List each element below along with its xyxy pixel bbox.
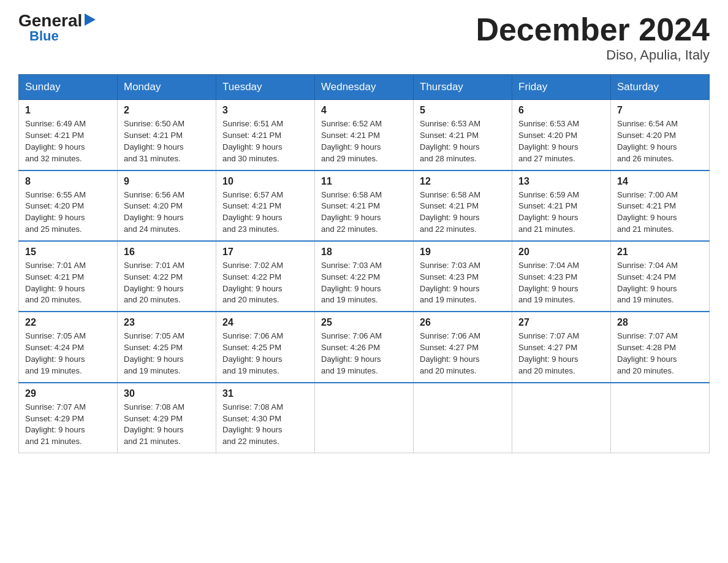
calendar-cell: 24Sunrise: 7:06 AMSunset: 4:25 PMDayligh… <box>216 312 315 382</box>
day-number: 29 <box>25 388 111 399</box>
calendar-cell: 31Sunrise: 7:08 AMSunset: 4:30 PMDayligh… <box>216 383 315 453</box>
day-info: Sunrise: 6:56 AMSunset: 4:20 PMDaylight:… <box>124 190 210 236</box>
calendar-cell: 15Sunrise: 7:01 AMSunset: 4:21 PMDayligh… <box>19 241 118 312</box>
header-wednesday: Wednesday <box>315 75 414 100</box>
day-info: Sunrise: 6:51 AMSunset: 4:21 PMDaylight:… <box>222 118 308 164</box>
calendar-cell <box>611 383 710 453</box>
day-number: 8 <box>25 176 111 187</box>
calendar-cell: 8Sunrise: 6:55 AMSunset: 4:20 PMDaylight… <box>19 170 118 241</box>
calendar-week-row-1: 1Sunrise: 6:49 AMSunset: 4:21 PMDaylight… <box>19 100 710 170</box>
calendar-week-row-2: 8Sunrise: 6:55 AMSunset: 4:20 PMDaylight… <box>19 170 710 241</box>
logo-triangle-icon <box>85 13 96 28</box>
calendar-cell: 2Sunrise: 6:50 AMSunset: 4:21 PMDaylight… <box>118 100 216 170</box>
day-info: Sunrise: 6:50 AMSunset: 4:21 PMDaylight:… <box>124 118 210 164</box>
calendar-week-row-4: 22Sunrise: 7:05 AMSunset: 4:24 PMDayligh… <box>19 312 710 382</box>
day-number: 22 <box>25 317 111 328</box>
day-number: 21 <box>617 247 703 258</box>
calendar-cell <box>512 383 611 453</box>
calendar-cell: 21Sunrise: 7:04 AMSunset: 4:24 PMDayligh… <box>611 241 710 312</box>
header-saturday: Saturday <box>611 75 710 100</box>
header-tuesday: Tuesday <box>216 75 315 100</box>
day-info: Sunrise: 6:52 AMSunset: 4:21 PMDaylight:… <box>321 118 407 164</box>
header-monday: Monday <box>118 75 216 100</box>
day-info: Sunrise: 7:08 AMSunset: 4:29 PMDaylight:… <box>124 402 210 448</box>
day-info: Sunrise: 7:05 AMSunset: 4:24 PMDaylight:… <box>25 331 111 377</box>
day-number: 14 <box>617 176 703 187</box>
title-block: December 2024 Diso, Apulia, Italy <box>476 12 710 63</box>
day-info: Sunrise: 7:02 AMSunset: 4:22 PMDaylight:… <box>222 260 308 306</box>
day-number: 10 <box>222 176 308 187</box>
day-number: 18 <box>321 247 407 258</box>
calendar-cell: 23Sunrise: 7:05 AMSunset: 4:25 PMDayligh… <box>118 312 216 382</box>
calendar-cell: 14Sunrise: 7:00 AMSunset: 4:21 PMDayligh… <box>611 170 710 241</box>
day-info: Sunrise: 6:58 AMSunset: 4:21 PMDaylight:… <box>420 190 506 236</box>
day-number: 9 <box>124 176 210 187</box>
day-number: 16 <box>124 247 210 258</box>
location-subtitle: Diso, Apulia, Italy <box>476 47 710 63</box>
calendar-cell: 20Sunrise: 7:04 AMSunset: 4:23 PMDayligh… <box>512 241 611 312</box>
day-number: 13 <box>518 176 604 187</box>
calendar-cell: 27Sunrise: 7:07 AMSunset: 4:27 PMDayligh… <box>512 312 611 382</box>
day-info: Sunrise: 7:03 AMSunset: 4:22 PMDaylight:… <box>321 260 407 306</box>
svg-marker-0 <box>85 13 96 26</box>
header-thursday: Thursday <box>414 75 512 100</box>
logo-general-text: General <box>18 12 82 29</box>
calendar-cell <box>315 383 414 453</box>
day-info: Sunrise: 6:53 AMSunset: 4:20 PMDaylight:… <box>518 118 604 164</box>
day-number: 20 <box>518 247 604 258</box>
calendar-cell: 1Sunrise: 6:49 AMSunset: 4:21 PMDaylight… <box>19 100 118 170</box>
day-number: 23 <box>124 317 210 328</box>
day-info: Sunrise: 6:55 AMSunset: 4:20 PMDaylight:… <box>25 190 111 236</box>
day-number: 28 <box>617 317 703 328</box>
day-info: Sunrise: 7:06 AMSunset: 4:27 PMDaylight:… <box>420 331 506 377</box>
calendar-cell: 17Sunrise: 7:02 AMSunset: 4:22 PMDayligh… <box>216 241 315 312</box>
day-number: 5 <box>420 105 506 116</box>
calendar-week-row-5: 29Sunrise: 7:07 AMSunset: 4:29 PMDayligh… <box>19 383 710 453</box>
day-info: Sunrise: 7:05 AMSunset: 4:25 PMDaylight:… <box>124 331 210 377</box>
logo-blue-text: Blue <box>29 29 59 43</box>
day-number: 17 <box>222 247 308 258</box>
day-info: Sunrise: 6:57 AMSunset: 4:21 PMDaylight:… <box>222 190 308 236</box>
calendar-cell: 3Sunrise: 6:51 AMSunset: 4:21 PMDaylight… <box>216 100 315 170</box>
day-info: Sunrise: 7:06 AMSunset: 4:26 PMDaylight:… <box>321 331 407 377</box>
calendar-cell: 12Sunrise: 6:58 AMSunset: 4:21 PMDayligh… <box>414 170 512 241</box>
day-number: 30 <box>124 388 210 399</box>
day-number: 24 <box>222 317 308 328</box>
calendar-cell: 11Sunrise: 6:58 AMSunset: 4:21 PMDayligh… <box>315 170 414 241</box>
day-number: 3 <box>222 105 308 116</box>
day-number: 12 <box>420 176 506 187</box>
calendar-cell: 28Sunrise: 7:07 AMSunset: 4:28 PMDayligh… <box>611 312 710 382</box>
calendar-table: Sunday Monday Tuesday Wednesday Thursday… <box>18 74 710 453</box>
day-info: Sunrise: 7:03 AMSunset: 4:23 PMDaylight:… <box>420 260 506 306</box>
day-info: Sunrise: 6:58 AMSunset: 4:21 PMDaylight:… <box>321 190 407 236</box>
day-number: 4 <box>321 105 407 116</box>
calendar-cell: 7Sunrise: 6:54 AMSunset: 4:20 PMDaylight… <box>611 100 710 170</box>
calendar-cell: 18Sunrise: 7:03 AMSunset: 4:22 PMDayligh… <box>315 241 414 312</box>
day-number: 1 <box>25 105 111 116</box>
day-info: Sunrise: 6:54 AMSunset: 4:20 PMDaylight:… <box>617 118 703 164</box>
month-title: December 2024 <box>476 12 710 47</box>
calendar-cell: 22Sunrise: 7:05 AMSunset: 4:24 PMDayligh… <box>19 312 118 382</box>
day-number: 15 <box>25 247 111 258</box>
calendar-cell <box>414 383 512 453</box>
calendar-cell: 25Sunrise: 7:06 AMSunset: 4:26 PMDayligh… <box>315 312 414 382</box>
calendar-cell: 29Sunrise: 7:07 AMSunset: 4:29 PMDayligh… <box>19 383 118 453</box>
calendar-cell: 6Sunrise: 6:53 AMSunset: 4:20 PMDaylight… <box>512 100 611 170</box>
day-info: Sunrise: 7:00 AMSunset: 4:21 PMDaylight:… <box>617 190 703 236</box>
day-info: Sunrise: 7:07 AMSunset: 4:28 PMDaylight:… <box>617 331 703 377</box>
day-info: Sunrise: 6:53 AMSunset: 4:21 PMDaylight:… <box>420 118 506 164</box>
day-number: 6 <box>518 105 604 116</box>
calendar-cell: 9Sunrise: 6:56 AMSunset: 4:20 PMDaylight… <box>118 170 216 241</box>
day-number: 11 <box>321 176 407 187</box>
day-number: 7 <box>617 105 703 116</box>
page-header: General Blue December 2024 Diso, Apulia,… <box>18 12 710 63</box>
calendar-cell: 19Sunrise: 7:03 AMSunset: 4:23 PMDayligh… <box>414 241 512 312</box>
day-number: 31 <box>222 388 308 399</box>
day-info: Sunrise: 7:08 AMSunset: 4:30 PMDaylight:… <box>222 402 308 448</box>
header-sunday: Sunday <box>19 75 118 100</box>
calendar-cell: 5Sunrise: 6:53 AMSunset: 4:21 PMDaylight… <box>414 100 512 170</box>
day-info: Sunrise: 7:07 AMSunset: 4:29 PMDaylight:… <box>25 402 111 448</box>
calendar-cell: 4Sunrise: 6:52 AMSunset: 4:21 PMDaylight… <box>315 100 414 170</box>
day-info: Sunrise: 6:49 AMSunset: 4:21 PMDaylight:… <box>25 118 111 164</box>
calendar-week-row-3: 15Sunrise: 7:01 AMSunset: 4:21 PMDayligh… <box>19 241 710 312</box>
